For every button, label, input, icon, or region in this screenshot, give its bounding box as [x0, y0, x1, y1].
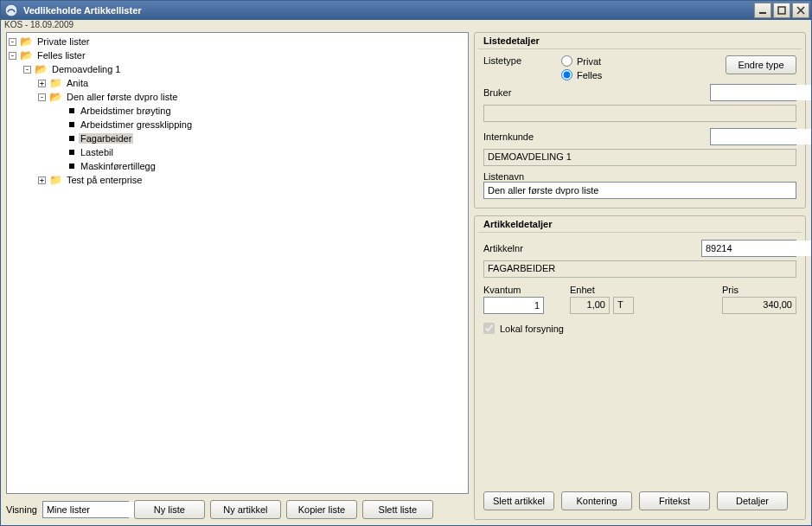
tree-folder[interactable]: +📁Anita: [7, 76, 468, 90]
tree-node-label[interactable]: Test på enterprise: [65, 175, 144, 185]
bullet-icon: [69, 108, 74, 113]
bruker-label: Bruker: [483, 87, 556, 98]
tree-leaf[interactable]: Maskinførertillegg: [7, 159, 468, 173]
bruker-name-display: [483, 105, 796, 122]
privat-radio-label: Privat: [577, 56, 601, 67]
tree-node-label[interactable]: Lastebil: [79, 147, 115, 157]
tree-toggle-icon[interactable]: -: [38, 93, 46, 101]
bullet-icon: [69, 164, 74, 169]
tree-folder[interactable]: -📂Demoavdeling 1: [7, 62, 468, 76]
tree-node-label[interactable]: Anita: [65, 78, 90, 88]
artikkelnr-combo[interactable]: ▾: [701, 240, 796, 257]
maximize-button[interactable]: [773, 3, 790, 18]
bottom-toolbar: Visning ▾ Ny liste Ny artikkel Kopier li…: [6, 494, 469, 520]
close-button[interactable]: [792, 3, 809, 18]
titlebar: Vedlikeholde Artikkellister: [1, 1, 811, 20]
content-area: -📂Private lister-📂Felles lister-📂Demoavd…: [1, 32, 811, 525]
left-panel: -📂Private lister-📂Felles lister-📂Demoavd…: [6, 32, 469, 520]
artikkelnr-value[interactable]: [702, 241, 811, 256]
tree-toggle-icon[interactable]: -: [9, 38, 16, 46]
folder-icon: 📂: [49, 91, 62, 103]
bullet-icon: [69, 122, 74, 127]
folder-icon: 📁: [49, 174, 62, 186]
tree-node-label[interactable]: Arbeidstimer gressklipping: [79, 119, 194, 130]
app-window: Vedlikeholde Artikkellister KOS - 18.09.…: [0, 0, 812, 526]
kopier-liste-button[interactable]: Kopier liste: [286, 500, 357, 519]
visning-label: Visning: [6, 504, 37, 515]
tree-node-label[interactable]: Private lister: [35, 36, 92, 47]
tree-leaf[interactable]: Lastebil: [7, 145, 468, 159]
lokal-forsyning-checkbox[interactable]: Lokal forsyning: [483, 323, 796, 334]
tree-toggle-icon[interactable]: -: [9, 52, 16, 60]
tree-leaf[interactable]: Fagarbeider: [7, 132, 468, 145]
bruker-value[interactable]: [711, 85, 811, 100]
tree-folder[interactable]: -📂Private lister: [7, 35, 468, 48]
folder-icon: 📁: [49, 77, 62, 89]
svg-rect-1: [759, 12, 766, 14]
listenavn-input[interactable]: [483, 182, 796, 199]
tree-node-label[interactable]: Demoavdeling 1: [50, 64, 123, 74]
bullet-icon: [69, 136, 74, 141]
listetype-privat-radio[interactable]: Privat: [561, 55, 720, 67]
ny-artikkel-button[interactable]: Ny artikkel: [210, 500, 281, 519]
tree-folder[interactable]: -📂Felles lister: [7, 48, 468, 62]
enhet-label: Enhet: [570, 285, 634, 295]
bruker-combo[interactable]: ▾: [710, 84, 796, 101]
slett-artikkel-button[interactable]: Slett artikkel: [483, 491, 554, 510]
privat-radio-input[interactable]: [561, 55, 572, 67]
listedetaljer-group: Listedetaljer Listetype Privat Felles: [474, 32, 806, 208]
listenavn-label: Listenavn: [483, 171, 796, 182]
svg-point-0: [5, 4, 17, 16]
listetype-felles-radio[interactable]: Felles: [561, 69, 720, 80]
internkunde-combo[interactable]: ▾: [710, 128, 796, 145]
window-title: Vedlikeholde Artikkellister: [23, 5, 752, 16]
artikkeldetaljer-title: Artikkeldetaljer: [478, 219, 802, 233]
tree-toggle-icon[interactable]: -: [23, 66, 31, 74]
tree-view[interactable]: -📂Private lister-📂Felles lister-📂Demoavd…: [6, 32, 469, 494]
tree-toggle-icon[interactable]: +: [38, 176, 46, 184]
bullet-icon: [69, 150, 74, 155]
enhet-factor-display: 1,00: [570, 297, 610, 314]
status-line: KOS - 18.09.2009: [1, 20, 811, 32]
svg-rect-2: [778, 7, 785, 14]
felles-radio-label: Felles: [577, 70, 602, 80]
folder-icon: 📂: [35, 63, 48, 75]
ny-liste-button[interactable]: Ny liste: [134, 500, 205, 519]
minimize-button[interactable]: [754, 3, 771, 18]
tree-node-label[interactable]: Felles lister: [35, 50, 87, 61]
tree-leaf[interactable]: Arbeidstimer gressklipping: [7, 118, 468, 132]
tree-folder[interactable]: -📂Den aller første dvpro liste: [7, 90, 468, 104]
internkunde-name-display: DEMOAVDELING 1: [483, 149, 796, 166]
listetype-label: Listetype: [483, 55, 556, 66]
internkunde-value[interactable]: [711, 129, 811, 144]
pris-display: 340,00: [722, 297, 796, 314]
pris-label: Pris: [722, 285, 796, 295]
kvantum-input[interactable]: [483, 297, 544, 314]
felles-radio-input[interactable]: [561, 69, 572, 80]
tree-folder[interactable]: +📁Test på enterprise: [7, 173, 468, 187]
tree-toggle-icon[interactable]: +: [38, 80, 46, 87]
tree-leaf[interactable]: Arbeidstimer brøyting: [7, 104, 468, 118]
endre-type-button[interactable]: Endre type: [726, 55, 796, 74]
artikkel-name-display: FAGARBEIDER: [483, 260, 796, 278]
tree-node-label[interactable]: Maskinførertillegg: [79, 161, 157, 171]
app-icon: [4, 3, 18, 17]
artikkeldetaljer-group: Artikkeldetaljer Artikkelnr ▾ FAGARBEIDE…: [474, 215, 806, 520]
lokal-forsyning-input[interactable]: [483, 323, 495, 334]
lokal-forsyning-label: Lokal forsyning: [500, 324, 564, 334]
internkunde-label: Internkunde: [483, 132, 556, 142]
tree-node-label[interactable]: Fagarbeider: [79, 133, 133, 144]
artikkelnr-label: Artikkelnr: [483, 243, 556, 253]
right-panel: Listedetaljer Listetype Privat Felles: [474, 32, 806, 520]
detaljer-button[interactable]: Detaljer: [717, 491, 788, 510]
enhet-unit-display: T: [613, 297, 634, 314]
fritekst-button[interactable]: Fritekst: [639, 491, 710, 510]
kontering-button[interactable]: Kontering: [561, 491, 632, 510]
visning-combo[interactable]: ▾: [42, 501, 129, 518]
folder-icon: 📂: [20, 35, 33, 48]
kvantum-label: Kvantum: [483, 285, 544, 295]
folder-icon: 📂: [20, 49, 33, 61]
tree-node-label[interactable]: Arbeidstimer brøyting: [79, 106, 173, 116]
slett-liste-button[interactable]: Slett liste: [362, 500, 433, 519]
tree-node-label[interactable]: Den aller første dvpro liste: [65, 92, 179, 102]
